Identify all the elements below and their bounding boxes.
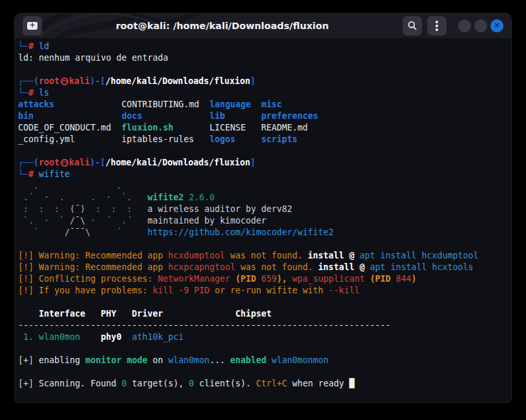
text-segment: or re-run wifite with: [209, 286, 328, 295]
text-segment: ld: [34, 41, 49, 51]
text-segment: apt install hcxtools: [370, 262, 473, 272]
terminal-line: attacks CONTRIBUTING.md language misc: [18, 99, 509, 110]
text-segment: !: [23, 286, 28, 295]
terminal-line: [18, 145, 509, 157]
text-segment: /¯¯¯\: [65, 227, 90, 237]
window-title: root@kali: /home/kali/Downloads/fluxion: [42, 21, 403, 31]
new-tab-button[interactable]: +: [23, 16, 42, 36]
text-segment: Interface PHY Driver Chipset: [18, 309, 271, 319]
text-segment: · ´ .´: [85, 216, 132, 226]
window-controls: ✕: [458, 19, 503, 32]
text-segment: was not found.: [225, 251, 308, 260]
text-segment: ld: nenhum arquivo de entrada: [18, 53, 168, 63]
text-segment: docs: [121, 111, 142, 121]
text-segment: monitor mode: [85, 355, 147, 365]
text-segment: install @: [308, 251, 359, 260]
text-segment: !: [23, 251, 28, 260]
terminal-line: . .: [18, 180, 509, 192]
terminal-line: bin docs lib preferences: [18, 110, 509, 122]
text-segment: █: [349, 379, 354, 388]
text-segment: [132, 216, 147, 226]
terminal-line: 1. wlan0mon phy0 ath10k_pci: [18, 331, 509, 343]
text-segment: /home/kali/Downloads/fluxion: [105, 158, 250, 167]
text-segment: 2.6.0: [189, 193, 215, 202]
search-button[interactable]: [403, 16, 422, 36]
titlebar[interactable]: + root@kali: /home/kali/Downloads/fluxio…: [15, 14, 511, 38]
text-segment: root: [39, 76, 59, 86]
text-segment: hcxdumptool: [168, 251, 225, 260]
text-segment: [: [18, 286, 23, 295]
terminal-line: ld: nenhum arquivo de entrada: [18, 52, 509, 64]
terminal-body[interactable]: └─# ldld: nenhum arquivo de entrada ┌──(…: [15, 38, 511, 401]
text-segment: wifite2: [147, 193, 184, 202]
text-segment: ls: [34, 88, 49, 98]
text-segment: /¯\: [70, 216, 85, 226]
text-segment: [: [18, 251, 23, 260]
text-segment: ┌──(: [18, 158, 39, 167]
text-segment: phy0: [101, 332, 121, 342]
terminal-line: ┌──(rootkali)-[/home/kali/Downloads/flux…: [18, 76, 509, 87]
kali-at-glyph: [61, 159, 68, 167]
terminal-line: ----------------------------------------…: [18, 320, 509, 331]
text-segment: ]: [250, 76, 255, 86]
kebab-menu-icon: [436, 21, 438, 31]
text-segment: [80, 332, 101, 342]
text-segment: CODE_OF_CONDUCT.md: [18, 123, 121, 132]
text-segment: .´ · . . · `.: [18, 193, 132, 202]
text-segment: ath10k_pci: [132, 332, 184, 342]
text-segment: ----------------------------------------…: [18, 320, 390, 330]
close-button[interactable]: ✕: [490, 19, 503, 32]
terminal-line: └─# ls: [18, 87, 509, 99]
terminal-line: ` /¯¯¯\ ´ https://github.com/kimocoder/w…: [18, 227, 509, 238]
text-segment: )-[: [90, 158, 105, 167]
terminal-line: _config.yml iptables-rules logos scripts: [18, 134, 509, 145]
text-segment: └─: [18, 88, 28, 98]
terminal-line: [+] Scanning. Found 0 target(s), 0 clien…: [18, 378, 509, 390]
text-segment: (¯): [70, 204, 85, 214]
text-segment: [225, 111, 261, 121]
terminal-line: [18, 238, 509, 250]
minimize-button[interactable]: [458, 19, 471, 32]
text-segment: install @: [318, 262, 370, 272]
text-segment: [251, 100, 261, 109]
text-segment: (PID: [364, 274, 395, 284]
terminal-line: Interface PHY Driver Chipset: [18, 308, 509, 320]
menu-button[interactable]: [427, 16, 447, 36]
text-segment: NetworkManager: [158, 274, 230, 284]
text-segment: └─: [18, 169, 28, 179]
text-segment: apt install hcxdumptool: [359, 251, 478, 260]
text-segment: ] Conflicting processes:: [28, 274, 158, 284]
text-segment: )-[: [90, 76, 105, 86]
text-segment: 0: [121, 379, 127, 388]
search-icon: [407, 21, 417, 31]
text-segment: CONTRIBUTING.md: [54, 100, 209, 109]
text-segment: attacks: [18, 100, 54, 109]
terminal-line: ┌──(rootkali)-[/home/kali/Downloads/flux…: [18, 157, 509, 169]
text-segment: [121, 227, 147, 237]
text-segment: wlan0monmon: [271, 355, 328, 365]
text-segment: [142, 111, 209, 121]
text-segment: preferences: [261, 111, 318, 121]
text-segment: a wireless auditor by derv82: [147, 204, 292, 214]
maximize-button[interactable]: [474, 19, 487, 32]
kali-at-glyph: [61, 78, 68, 85]
text-segment: kali: [69, 158, 90, 167]
text-segment: misc: [261, 100, 282, 109]
text-segment: enabling: [34, 355, 85, 365]
text-segment: #: [28, 88, 34, 98]
terminal-line: [18, 297, 509, 308]
text-segment: bin: [18, 111, 34, 121]
terminal-window: + root@kali: /home/kali/Downloads/fluxio…: [14, 13, 512, 403]
text-segment: !: [23, 262, 28, 272]
text-segment: !: [23, 274, 28, 284]
text-segment: /home/kali/Downloads/fluxion: [105, 76, 250, 86]
terminal-line: .´ · . . · `. wifite2 2.6.0: [18, 192, 509, 204]
text-segment: [235, 134, 261, 144]
text-segment: kali: [69, 76, 90, 86]
text-segment: ┌──(: [18, 76, 39, 86]
text-segment: [132, 193, 147, 202]
text-segment: language: [209, 100, 251, 109]
titlebar-actions: ✕: [403, 16, 503, 36]
terminal-line: : : : (¯) : : : a wireless auditor by de…: [18, 204, 509, 215]
text-segment: 659: [261, 274, 277, 284]
